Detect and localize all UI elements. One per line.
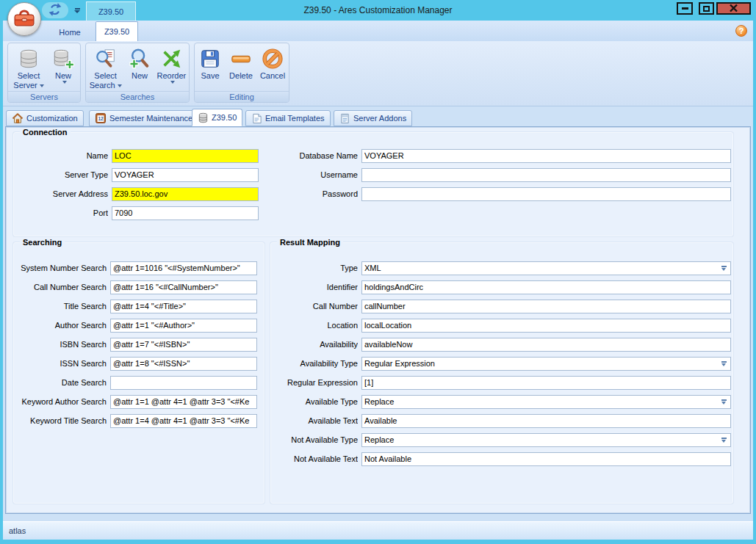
tab-email-templates[interactable]: Email Templates [245,110,331,126]
title-bar[interactable]: Z39.50 - Ares Customization Manager [0,0,756,21]
form-row: Keyword Title Search [18,411,257,430]
combobox-value: XML [362,264,721,272]
form-row: Available Text [275,411,731,430]
tab-semester-maintenance[interactable]: 12 Semester Maintenance [89,110,198,126]
combo-arrow-icon [721,399,727,405]
result-mapping-title: Result Mapping [277,238,343,247]
button-label: Delete [229,71,253,81]
connection-right-fields: Database NameUsernamePassword [270,146,731,203]
tab-z3950[interactable]: Z39.50 [192,109,242,126]
form-row: Name [20,146,259,165]
type-combobox[interactable]: XML [361,261,731,275]
server-type-input[interactable] [112,168,259,182]
button-label: Search [90,81,115,90]
available-type-combobox[interactable]: Replace [361,395,731,409]
ribbon-tab-row: Home Z39.50 ? [3,21,753,41]
searching-title: Searching [20,238,65,247]
author-search-input[interactable] [110,319,257,333]
app-menu-button[interactable] [7,2,41,36]
username-input[interactable] [361,168,731,182]
form-row: Call Number Search [18,278,257,297]
contextual-tab-header: Z39.50 [86,1,136,21]
availability-type-combobox[interactable]: Regular Expression [361,357,731,371]
reorder-button[interactable]: Reorder [154,46,189,84]
form-row: TypeXML [275,258,731,278]
ribbon: Select Server New Ser [3,41,753,106]
group-label-searches: Searches [86,91,189,102]
title-search-input[interactable] [110,300,257,313]
available-text-label: Available Text [275,416,358,425]
cancel-icon [260,46,285,71]
available-text-input[interactable] [361,414,731,428]
button-label: Save [201,71,219,81]
server-address-input[interactable] [112,187,259,201]
button-label: New [132,71,148,81]
new-search-button[interactable]: New [125,46,154,81]
availability-input[interactable] [361,338,731,352]
help-button[interactable]: ? [735,25,747,37]
call-number-input[interactable] [361,300,731,313]
port-input[interactable] [112,206,259,220]
form-row: Username [270,165,731,184]
regular-expression-label: Regular Expression [275,378,358,387]
not-available-type-combobox[interactable]: Replace [361,433,731,447]
close-icon [729,4,738,14]
dropdown-bar-icon [75,8,80,10]
identifier-input[interactable] [361,280,731,294]
system-number-search-input[interactable] [110,261,257,275]
location-input[interactable] [361,319,731,333]
searching-groupbox: Searching System Number SearchCall Numbe… [13,242,264,504]
form-row: Location [275,316,731,335]
ribbon-group-servers: Select Server New Ser [7,43,81,103]
quick-access-dropdown-button[interactable] [72,5,82,15]
name-input[interactable] [112,149,259,163]
select-server-button[interactable]: Select Server [10,46,48,90]
form-row: Password [270,184,731,203]
form-row: Availability [275,335,731,354]
call-number-search-label: Call Number Search [18,283,107,291]
result-mapping-groupbox: Result Mapping TypeXMLIdentifierCall Num… [270,242,733,504]
password-label: Password [270,189,358,198]
button-label: Select [18,71,40,81]
ribbon-tab-home[interactable]: Home [44,23,96,41]
call-number-search-input[interactable] [110,280,257,294]
availability-type-label: Availability Type [275,359,358,368]
save-button[interactable]: Save [195,46,225,81]
page-icon [251,113,262,124]
quick-access-sync-button[interactable] [42,2,68,18]
system-number-search-label: System Number Search [18,264,107,272]
password-input[interactable] [361,187,731,201]
form-row: Identifier [275,278,731,297]
database-name-input[interactable] [361,149,731,163]
minimize-button[interactable] [677,2,693,15]
keyword-title-search-input[interactable] [110,414,257,428]
button-label: Select [94,71,117,81]
not-available-text-input[interactable] [361,452,731,466]
status-bar: atlas [3,521,753,540]
tab-label: Semester Maintenance [109,114,192,123]
tab-server-addons[interactable]: Server Addons [334,110,412,126]
not-available-text-label: Not Available Text [275,454,358,463]
date-search-input[interactable] [110,376,257,390]
isbn-search-input[interactable] [110,338,257,352]
delete-button[interactable]: Delete [225,46,257,81]
cancel-button[interactable]: Cancel [257,46,288,81]
regular-expression-input[interactable] [361,376,731,390]
ribbon-tab-z3950[interactable]: Z39.50 [96,21,138,41]
call-number-label: Call Number [275,302,358,311]
tab-customization[interactable]: Customization [6,110,84,126]
new-server-button[interactable]: New [48,46,79,84]
application-window: Z39.50 - Ares Customization Manager [0,0,756,544]
username-label: Username [270,170,358,179]
select-search-button[interactable]: Select Search [86,46,125,90]
form-row: Server Type [20,165,259,184]
database-name-label: Database Name [270,151,358,160]
maximize-button[interactable] [699,2,714,15]
availability-label: Availability [275,340,358,349]
minimize-icon [682,7,688,10]
keyword-author-search-input[interactable] [110,395,257,409]
author-search-label: Author Search [18,321,107,330]
close-button[interactable] [716,2,751,15]
issn-search-input[interactable] [110,357,257,371]
server-type-label: Server Type [20,170,108,179]
